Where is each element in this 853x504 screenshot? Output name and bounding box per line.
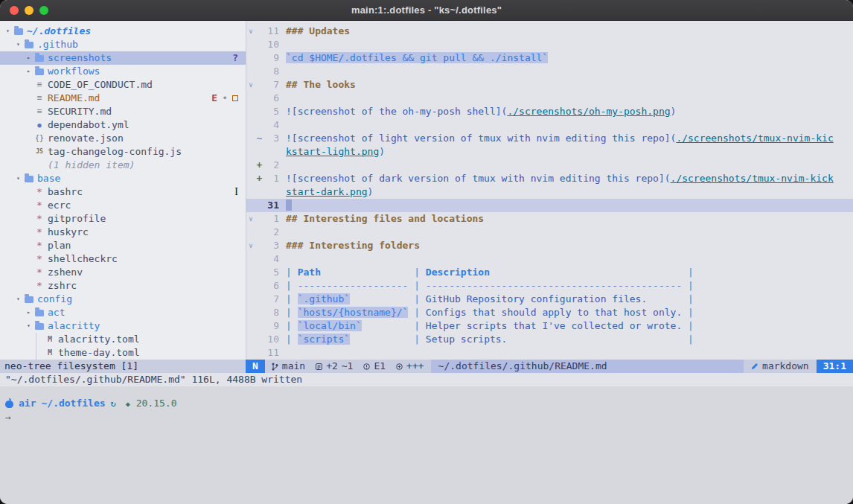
- shell-pane[interactable]: air ~/.dotfiles ↻ ◆ 20.15.0 →: [0, 386, 853, 504]
- editor-line[interactable]: 9| `local/bin` | Helper scripts that I'v…: [246, 319, 853, 333]
- git-branch-label: main: [282, 360, 305, 373]
- tree-item-zshenv[interactable]: *zshenv: [0, 266, 246, 279]
- prompt-arrow: →: [5, 411, 853, 424]
- editor-line[interactable]: 10: [246, 38, 853, 51]
- tree-item-huskyrc[interactable]: *huskyrc: [0, 226, 246, 239]
- text-segment-url: kstart-light.png: [286, 146, 379, 157]
- editor-line[interactable]: ∨3### Interesting folders: [246, 239, 853, 252]
- editor-line[interactable]: 6: [246, 92, 853, 105]
- editor-line[interactable]: start-dark.png): [246, 185, 853, 199]
- tree-item-base[interactable]: ▾base: [0, 172, 246, 185]
- folder-icon: [33, 68, 45, 75]
- tree-item-code-of-conduct.md[interactable]: ≡CODE_OF_CONDUCT.md: [0, 78, 246, 92]
- editor-line[interactable]: 4: [246, 118, 853, 132]
- chevron-right-icon[interactable]: ▸: [24, 65, 33, 78]
- file-tree[interactable]: ▾~/.dotfiles▾.github▸screenshots?▸workfl…: [0, 21, 246, 360]
- editor-line[interactable]: ∨1## Interesting files and locations: [246, 212, 853, 226]
- shellrc-file-icon: *: [33, 226, 45, 239]
- tree-item-screenshots[interactable]: ▸screenshots?: [0, 51, 246, 65]
- chevron-right-icon[interactable]: ▸: [24, 51, 33, 65]
- tree-item-bashrc[interactable]: *bashrcI: [0, 185, 246, 199]
- sign-column: [255, 185, 263, 199]
- editor-line[interactable]: 5![screenshot of the oh-my-posh shell](.…: [246, 105, 853, 118]
- text-segment-pipe: |: [682, 307, 694, 318]
- tree-item-security.md[interactable]: ≡SECURITY.md: [0, 105, 246, 118]
- editor-line[interactable]: 5| Path | Description |: [246, 266, 853, 279]
- fold-open-icon[interactable]: ∨: [246, 212, 255, 226]
- tree-item---.dotfiles[interactable]: ▾~/.dotfiles: [0, 25, 246, 38]
- line-text: ![screenshot of dark version of tmux wit…: [286, 172, 853, 185]
- tree-item-alacritty.toml[interactable]: Malacritty.toml: [0, 333, 246, 346]
- editor-line[interactable]: +1![screenshot of dark version of tmux w…: [246, 172, 853, 185]
- tree-item-.github[interactable]: ▾.github: [0, 38, 246, 51]
- tree-item-act[interactable]: ▸act: [0, 306, 246, 319]
- editor-line[interactable]: 4: [246, 252, 853, 266]
- editor-line[interactable]: 11: [246, 346, 853, 360]
- tree-item-theme-day.toml[interactable]: Mtheme-day.toml: [0, 346, 246, 360]
- chevron-right-icon[interactable]: ▸: [24, 306, 33, 319]
- chevron-down-icon[interactable]: ▾: [13, 172, 23, 185]
- editor-line[interactable]: 7| `.github` | GitHub Repository configu…: [246, 293, 853, 306]
- fold-open-icon[interactable]: ∨: [246, 239, 255, 252]
- editor-line[interactable]: ∨11### Updates: [246, 25, 853, 38]
- git-sign-change: ~: [255, 132, 263, 145]
- chevron-down-icon[interactable]: ▾: [13, 293, 23, 306]
- editor-line[interactable]: ~3![screenshot of light version of tmux …: [246, 132, 853, 145]
- git-status-square-icon: [232, 95, 238, 101]
- text-segment-url: start-dark.png: [286, 186, 368, 197]
- line-text: kstart-light.png): [286, 145, 853, 159]
- line-number: 10: [263, 333, 286, 346]
- tree-item-label: SECURITY.md: [45, 105, 112, 118]
- tree-item-readme.md[interactable]: ≡README.mdE•: [0, 92, 246, 105]
- line-text: [286, 92, 853, 105]
- editor-line[interactable]: 2: [246, 226, 853, 239]
- chevron-down-icon[interactable]: ▾: [24, 319, 33, 333]
- chevron-down-icon[interactable]: ▾: [3, 25, 13, 38]
- tree-item-label: plan: [45, 239, 71, 252]
- editor-line[interactable]: 10| `scripts` | Setup scripts. |: [246, 333, 853, 346]
- tree-item-plan[interactable]: *plan: [0, 239, 246, 252]
- tree-item-workflows[interactable]: ▸workflows: [0, 65, 246, 78]
- fold-column: [246, 132, 255, 145]
- titlebar[interactable]: main:1:.dotfiles - "ks~/.dotfiles": [0, 0, 853, 21]
- tree-item-gitprofile[interactable]: *gitprofile: [0, 212, 246, 226]
- tree-item-ecrc[interactable]: *ecrc: [0, 199, 246, 212]
- editor-line[interactable]: ∨7## The looks: [246, 78, 853, 92]
- indent-spacer: [1, 239, 24, 252]
- tree-item-alacritty[interactable]: ▾alacritty: [0, 319, 246, 333]
- editor-line[interactable]: 8| `hosts/{hostname}/` | Configs that sh…: [246, 306, 853, 319]
- chevron-down-icon[interactable]: ▾: [13, 38, 23, 51]
- tree-item-renovate.json[interactable]: {}renovate.json: [0, 132, 246, 145]
- git-branch-icon: [272, 363, 278, 371]
- zoom-window-button[interactable]: [39, 6, 48, 15]
- minimize-window-button[interactable]: [25, 6, 33, 15]
- folder-icon: [23, 296, 35, 303]
- cursor-position: 31:1: [817, 360, 853, 373]
- line-number: 6: [263, 279, 286, 293]
- editor-line[interactable]: +2: [246, 159, 853, 172]
- git-untracked-badge: ?: [232, 51, 238, 65]
- command-line-message: "~/.dotfiles/.github/README.md" 116L, 44…: [0, 373, 853, 386]
- text-segment-h: ## Interesting files and locations: [286, 213, 484, 224]
- tree-item-dependabot.yml[interactable]: ●dependabot.yml: [0, 118, 246, 132]
- fold-open-icon[interactable]: ∨: [246, 78, 255, 92]
- indent-spacer: [1, 252, 24, 266]
- tree-item-tag-changelog-config.js[interactable]: JStag-changelog-config.js: [0, 145, 246, 159]
- tree-item-label: screenshots: [45, 51, 112, 65]
- tree-item-zshrc[interactable]: *zshrc: [0, 279, 246, 293]
- indent-spacer: [1, 185, 24, 199]
- fold-open-icon[interactable]: ∨: [246, 25, 255, 38]
- editor-line[interactable]: kstart-light.png): [246, 145, 853, 159]
- editor-line[interactable]: 6| ------------------- | ---------------…: [246, 279, 853, 293]
- editor-pane[interactable]: ∨11### Updates109`cd $HOME/.dotfiles && …: [246, 21, 853, 360]
- editor-cursor-line[interactable]: 31: [246, 199, 853, 212]
- extra-indicator: +++: [406, 360, 424, 373]
- tree-item--1-hidden-item-[interactable]: (1 hidden item): [0, 159, 246, 172]
- text-segment-pipe: |: [490, 267, 694, 278]
- tree-item-config[interactable]: ▾config: [0, 293, 246, 306]
- close-window-button[interactable]: [10, 6, 19, 15]
- sign-column: [255, 51, 263, 65]
- editor-line[interactable]: 8: [246, 65, 853, 78]
- tree-item-shellcheckrc[interactable]: *shellcheckrc: [0, 252, 246, 266]
- editor-line[interactable]: 9`cd $HOME/.dotfiles && git pull && ./in…: [246, 51, 853, 65]
